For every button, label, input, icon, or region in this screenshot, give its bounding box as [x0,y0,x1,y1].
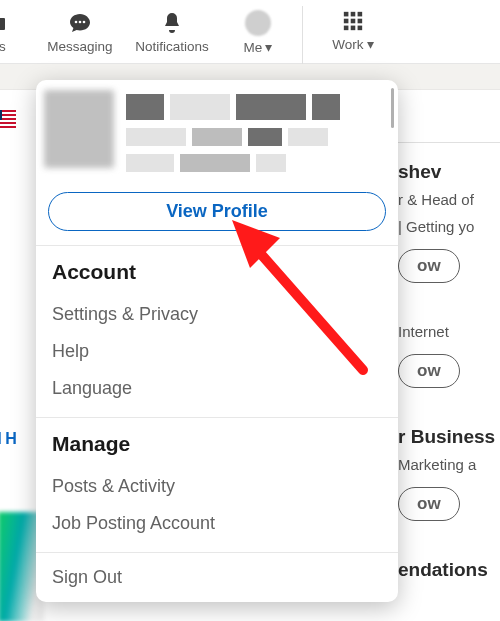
view-profile-button[interactable]: View Profile [48,192,386,231]
dropdown-section-account: Account Settings & Privacy Help Language [36,246,398,417]
suggestion-desc: | Getting yo [398,216,500,237]
nav-divider [302,6,303,64]
caret-down-icon: ▾ [367,36,374,52]
svg-point-0 [75,21,78,24]
svg-rect-10 [351,26,356,31]
svg-rect-6 [344,19,349,24]
nav-label-me: Me▾ [244,39,273,55]
us-flag-icon [0,110,16,128]
svg-point-1 [79,21,82,24]
svg-rect-3 [344,12,349,17]
menu-item-language[interactable]: Language [52,370,382,407]
svg-rect-9 [344,26,349,31]
suggestion-desc: Internet [398,321,500,342]
menu-item-settings-privacy[interactable]: Settings & Privacy [52,296,382,333]
section-header-account: Account [52,260,382,284]
nav-label-messaging: Messaging [47,39,112,54]
suggestion-1: shev r & Head of | Getting yo ow [398,161,500,303]
svg-point-2 [83,21,86,24]
nav-label-notifications: Notifications [135,39,209,54]
nav-item-me[interactable]: Me▾ [218,6,298,59]
suggestion-3: r Business Marketing a ow [398,426,500,541]
profile-name-block [126,90,386,180]
svg-rect-8 [358,19,363,24]
nav-label-jobs: obs [0,39,6,54]
right-sidebar-card: shev r & Head of | Getting yo ow Interne… [394,142,500,581]
nav-group-main: obs Messaging Notifications Me▾ [0,6,298,59]
suggestion-name: r Business [398,426,500,448]
recommendations-link[interactable]: endations [398,559,500,581]
suggestion-desc: r & Head of [398,189,500,210]
caret-down-icon: ▾ [265,39,272,55]
right-sidebar: shev r & Head of | Getting yo ow Interne… [388,110,500,620]
nav-item-notifications[interactable]: Notifications [126,7,218,58]
nav-item-work[interactable]: Work▾ [311,6,395,56]
feed-link-fragment[interactable]: d H [0,430,16,448]
svg-rect-7 [351,19,356,24]
me-dropdown: View Profile Account Settings & Privacy … [36,80,398,602]
dropdown-section-manage: Manage Posts & Activity Job Posting Acco… [36,418,398,552]
nav-item-messaging[interactable]: Messaging [34,7,126,58]
top-nav: obs Messaging Notifications Me▾ [0,0,500,64]
speech-bubble-icon [67,11,93,35]
bell-icon [160,11,184,35]
follow-button[interactable]: ow [398,249,460,283]
menu-item-help[interactable]: Help [52,333,382,370]
nav-label-work: Work▾ [332,36,373,52]
menu-item-job-posting-account[interactable]: Job Posting Account [52,505,382,542]
menu-item-posts-activity[interactable]: Posts & Activity [52,468,382,505]
suggestion-desc: Marketing a [398,454,500,475]
follow-button[interactable]: ow [398,354,460,388]
svg-rect-4 [351,12,356,17]
svg-rect-5 [358,12,363,17]
suggestion-name: shev [398,161,500,183]
section-header-manage: Manage [52,432,382,456]
avatar-icon [245,10,271,36]
suggestion-2: Internet ow [398,321,500,408]
menu-item-sign-out[interactable]: Sign Out [36,553,398,602]
follow-button[interactable]: ow [398,487,460,521]
dropdown-profile-header[interactable] [36,80,398,188]
scrollbar-thumb[interactable] [391,88,394,128]
grid-icon [342,10,364,32]
nav-item-jobs[interactable]: obs [0,7,34,58]
svg-rect-11 [358,26,363,31]
avatar [44,90,114,168]
briefcase-icon [0,11,8,35]
